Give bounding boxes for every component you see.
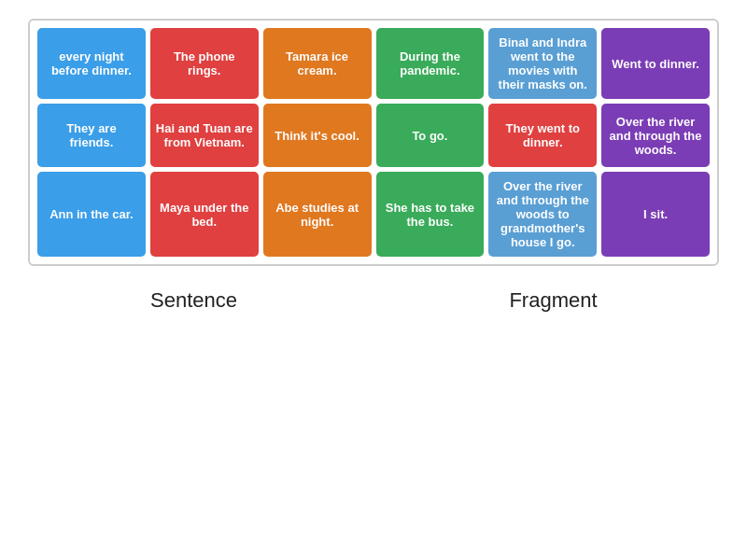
card-c3[interactable]: Tamara ice cream. (263, 28, 372, 99)
card-c15[interactable]: Abe studies at night. (263, 172, 372, 257)
card-c5[interactable]: Binal and Indra went to the movies with … (488, 28, 597, 99)
card-c2[interactable]: The phone rings. (150, 28, 259, 99)
card-c17[interactable]: Over the river and through the woods to … (488, 172, 597, 257)
fragment-title: Fragment (509, 288, 597, 313)
drop-area: Sentence Fragment (28, 288, 719, 322)
card-c11[interactable]: They went to dinner. (488, 104, 597, 167)
card-c16[interactable]: She has to take the bus. (376, 172, 485, 257)
card-c7[interactable]: They are friends. (37, 104, 146, 167)
card-c18[interactable]: I sit. (601, 172, 710, 257)
card-c6[interactable]: Went to dinner. (601, 28, 710, 99)
cards-area: every night before dinner.The phone ring… (28, 19, 719, 266)
fragment-column: Fragment (388, 288, 719, 322)
sentence-title: Sentence (150, 288, 237, 313)
card-c4[interactable]: During the pandemic. (376, 28, 485, 99)
card-c10[interactable]: To go. (376, 104, 485, 167)
card-c12[interactable]: Over the river and through the woods. (601, 104, 710, 167)
card-c9[interactable]: Think it's cool. (263, 104, 372, 167)
card-c13[interactable]: Ann in the car. (37, 172, 146, 257)
sentence-column: Sentence (28, 288, 359, 322)
card-c1[interactable]: every night before dinner. (37, 28, 146, 99)
card-c14[interactable]: Maya under the bed. (150, 172, 259, 257)
card-c8[interactable]: Hai and Tuan are from Vietnam. (150, 104, 259, 167)
